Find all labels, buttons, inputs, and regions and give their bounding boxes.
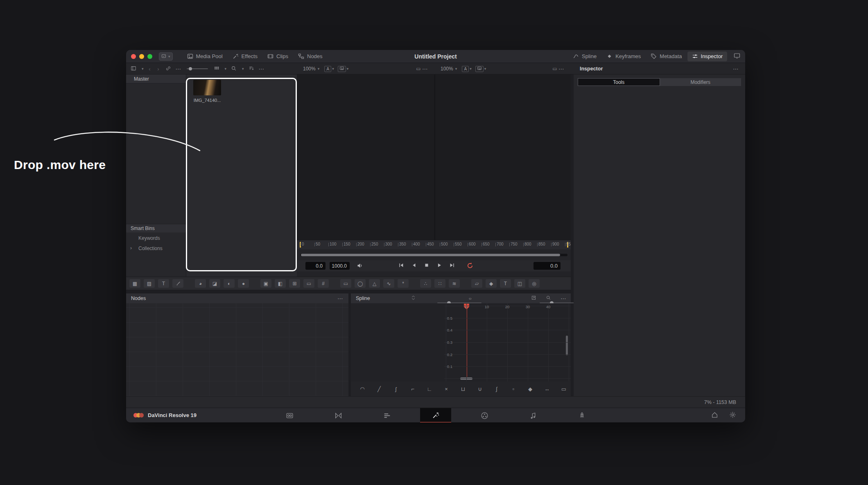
left-viewer-zoom-select[interactable]: 100%▾ xyxy=(303,66,319,72)
zoom-window-button[interactable] xyxy=(147,54,152,59)
clips-button[interactable]: Clips xyxy=(263,52,293,61)
current-frame-field[interactable]: 0.0 xyxy=(533,262,561,270)
media-pool-clip-area[interactable] xyxy=(186,74,297,277)
spline-tool-reverse[interactable]: × xyxy=(441,385,451,393)
page-media-button[interactable] xyxy=(274,408,305,422)
loop-button[interactable] xyxy=(466,262,474,269)
spline-tool-set-key[interactable]: ◆ xyxy=(525,385,535,393)
smart-bins-header[interactable]: Smart Bins xyxy=(126,224,186,232)
media-pool-options-button[interactable]: ⋯ xyxy=(176,65,182,72)
bspline-mask-tool-icon[interactable]: ∿ xyxy=(383,279,394,288)
right-viewer-mode-button[interactable]: ▾ xyxy=(475,66,486,72)
inspector-tab-modifiers[interactable]: Modifiers xyxy=(660,78,741,86)
inspector-options-button[interactable]: ⋯ xyxy=(733,65,739,72)
paint-tool-icon[interactable] xyxy=(172,279,183,288)
rectangle-mask-tool-icon[interactable]: ▭ xyxy=(340,279,351,288)
dissolve-tool-icon[interactable]: ◧ xyxy=(275,279,286,288)
left-viewer-mode-button[interactable]: ▾ xyxy=(338,66,349,72)
workspace-select-button[interactable]: ▾ xyxy=(159,52,173,61)
dual-screen-button[interactable] xyxy=(734,52,740,61)
spline-tool-loop[interactable]: ⊔ xyxy=(458,385,468,393)
blur-tool-icon[interactable]: ● xyxy=(238,279,249,288)
particle-emitter-tool-icon[interactable]: ∴ xyxy=(420,279,431,288)
step-back-button[interactable] xyxy=(409,262,418,270)
right-viewer-expand-button[interactable]: ▭ xyxy=(551,65,558,72)
link-button[interactable] xyxy=(165,65,172,72)
scrubber-track[interactable] xyxy=(300,254,567,256)
minimize-window-button[interactable] xyxy=(139,54,144,59)
image-plane-3d-tool-icon[interactable]: ▱ xyxy=(471,279,482,288)
text-tool-icon[interactable]: T xyxy=(158,279,169,288)
clip-thumbnail[interactable] xyxy=(193,80,221,95)
slider-knob[interactable] xyxy=(189,67,192,70)
spline-tool-linear[interactable]: ╱ xyxy=(374,385,384,393)
spline-fit-width-button[interactable]: ‹› xyxy=(469,293,472,303)
spline-tool-shape-box[interactable]: ▭ xyxy=(559,385,569,393)
node-graph-canvas[interactable] xyxy=(126,303,348,396)
range-end-field[interactable]: 1000.0 xyxy=(330,262,350,270)
nodes-button[interactable]: Nodes xyxy=(294,52,327,61)
media-clip[interactable]: IMG_74140... xyxy=(191,80,224,103)
range-start-field[interactable]: 0.0 xyxy=(305,262,326,270)
page-deliver-button[interactable] xyxy=(566,408,597,422)
spline-tool-select-all[interactable]: ▫ xyxy=(509,385,518,393)
fast-noise-tool-icon[interactable]: ▨ xyxy=(144,279,155,288)
text-3d-tool-icon[interactable]: T xyxy=(500,279,511,288)
spline-vertical-scrollbar[interactable] xyxy=(566,336,568,355)
polygon-mask-tool-icon[interactable]: △ xyxy=(369,279,380,288)
sort-button[interactable] xyxy=(248,65,255,72)
particle-merge-tool-icon[interactable]: ∷ xyxy=(434,279,445,288)
go-to-end-button[interactable] xyxy=(448,262,457,270)
bin-root[interactable]: Master xyxy=(126,74,186,83)
spline-graph[interactable]: 0102030400.50.40.30.20.1 xyxy=(351,303,571,381)
timeline-ruler[interactable]: 0501001502002503003504004505005506006507… xyxy=(297,240,571,249)
spline-zoom-button[interactable] xyxy=(546,293,551,303)
spline-tool-step-out[interactable]: ∟ xyxy=(425,385,434,393)
effects-button[interactable]: Effects xyxy=(228,52,262,61)
magic-mask-tool-icon[interactable]: * xyxy=(398,279,409,288)
smart-bin-keywords[interactable]: Keywords xyxy=(138,235,160,241)
metadata-button[interactable]: Metadata xyxy=(646,52,686,61)
grid-view-button[interactable] xyxy=(213,65,220,72)
spline-options-button[interactable]: ⋯ xyxy=(561,293,567,303)
page-fusion-button[interactable] xyxy=(420,408,451,422)
left-viewer-expand-button[interactable]: ▭ xyxy=(415,65,422,72)
renderer-3d-tool-icon[interactable]: ◎ xyxy=(529,279,540,288)
inspector-button[interactable]: Inspector xyxy=(687,52,727,61)
spline-tool-bezier[interactable]: ʃ xyxy=(391,385,401,393)
media-pool-button[interactable]: Media Pool xyxy=(183,52,227,61)
thumbnail-size-slider[interactable] xyxy=(187,68,208,69)
smart-bin-collections[interactable]: ›Collections xyxy=(138,246,163,251)
merge-3d-tool-icon[interactable]: ◫ xyxy=(514,279,525,288)
shape-3d-tool-icon[interactable]: ◆ xyxy=(486,279,497,288)
settings-button[interactable] xyxy=(729,412,736,419)
page-color-button[interactable] xyxy=(469,408,500,422)
ellipse-mask-tool-icon[interactable]: ◯ xyxy=(355,279,366,288)
color-curves-tool-icon[interactable]: ◪ xyxy=(209,279,220,288)
spline-tool-smooth[interactable]: ◠ xyxy=(357,385,367,393)
inspector-tab-tools[interactable]: Tools xyxy=(578,78,660,86)
close-window-button[interactable] xyxy=(131,54,136,59)
page-cut-button[interactable] xyxy=(323,408,354,422)
merge-tool-icon[interactable]: ▣ xyxy=(260,279,271,288)
color-corrector-tool-icon[interactable]: ◕ xyxy=(195,279,206,288)
stop-button[interactable] xyxy=(422,262,431,270)
keyframes-button[interactable]: Keyframes xyxy=(602,52,645,61)
spline-tool-time-stretch[interactable]: ↔ xyxy=(542,385,552,393)
right-viewer-compare-button[interactable]: A▾ xyxy=(462,66,472,72)
play-button[interactable] xyxy=(435,262,444,270)
scrubber-fill[interactable] xyxy=(301,254,560,256)
more-options-button[interactable]: ⋯ xyxy=(259,65,265,72)
spline-tool-step-in[interactable]: ⌐ xyxy=(408,385,418,393)
go-to-start-button[interactable] xyxy=(397,262,406,270)
bin-sidebar-toggle-button[interactable] xyxy=(130,65,137,72)
crop-tool-icon[interactable]: # xyxy=(318,279,329,288)
particle-render-tool-icon[interactable]: ≋ xyxy=(449,279,460,288)
right-viewer-zoom-select[interactable]: 100%▾ xyxy=(441,66,457,72)
project-manager-button[interactable] xyxy=(711,412,718,419)
viewer-area[interactable] xyxy=(297,74,571,240)
spline-tool-ping-pong[interactable]: ∪ xyxy=(475,385,485,393)
transform-tool-icon[interactable]: ⊞ xyxy=(289,279,300,288)
background-tool-icon[interactable]: ▩ xyxy=(129,279,140,288)
forward-button[interactable]: › xyxy=(156,66,161,72)
